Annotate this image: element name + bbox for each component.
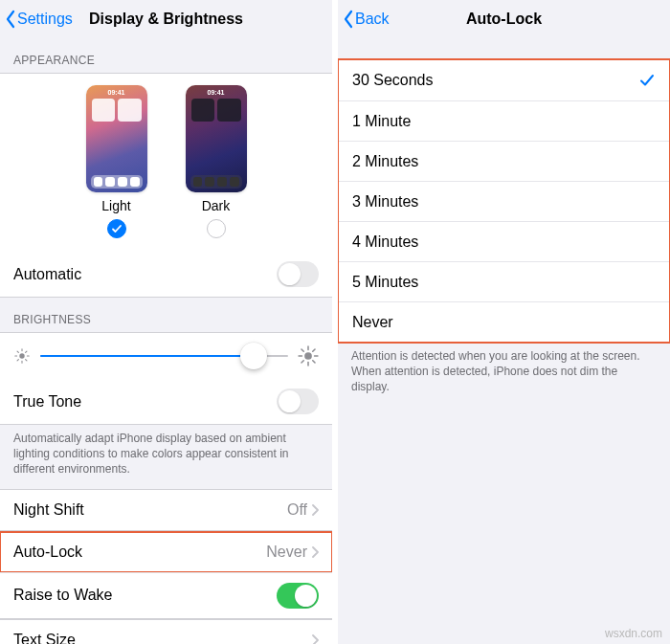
light-label: Light <box>101 198 130 213</box>
truetone-row[interactable]: True Tone <box>0 379 332 424</box>
automatic-label: Automatic <box>13 266 81 283</box>
autolock-option[interactable]: 1 Minute <box>339 100 669 141</box>
autolock-option[interactable]: 4 Minutes <box>339 221 669 261</box>
dark-label: Dark <box>202 198 231 213</box>
autolock-option-label: 5 Minutes <box>352 274 418 291</box>
svg-line-15 <box>313 361 315 363</box>
attention-footnote: Attention is detected when you are looki… <box>338 343 670 407</box>
automatic-row[interactable]: Automatic <box>0 252 332 297</box>
navbar-right: Back Auto-Lock <box>338 0 670 38</box>
autolock-value: Never <box>266 544 307 561</box>
truetone-toggle[interactable] <box>277 389 319 414</box>
brightness-slider-row <box>0 333 332 379</box>
autolock-option-label: 2 Minutes <box>352 153 418 170</box>
back-label: Settings <box>17 11 73 28</box>
autolock-options-group: 30 Seconds1 Minute2 Minutes3 Minutes4 Mi… <box>338 58 670 344</box>
light-radio[interactable] <box>107 219 126 238</box>
svg-line-8 <box>26 351 27 352</box>
autolock-option-label: Never <box>352 314 393 331</box>
check-icon <box>638 72 656 89</box>
autolock-option[interactable]: 3 Minutes <box>339 181 669 221</box>
back-button-right[interactable]: Back <box>338 10 390 29</box>
display-brightness-pane: Settings Display & Brightness APPEARANCE… <box>0 0 332 644</box>
nightshift-value: Off <box>287 501 307 519</box>
theme-dark[interactable]: 09:41 Dark <box>186 85 247 238</box>
chevron-left-icon <box>4 10 17 29</box>
autolock-option-label: 1 Minute <box>352 113 411 130</box>
back-to-settings[interactable]: Settings <box>0 10 73 29</box>
raise-to-wake-row[interactable]: Raise to Wake <box>0 572 332 618</box>
truetone-label: True Tone <box>13 393 81 411</box>
dark-radio[interactable] <box>207 219 226 238</box>
svg-line-14 <box>302 349 303 351</box>
dark-thumbnail: 09:41 <box>186 85 247 192</box>
watermark: wsxdn.com <box>605 627 662 640</box>
sun-low-icon <box>13 347 31 365</box>
text-size-row[interactable]: Text Size <box>0 620 332 644</box>
check-icon <box>111 223 123 234</box>
svg-line-5 <box>17 351 18 352</box>
brightness-header: BRIGHTNESS <box>0 298 332 332</box>
autolock-option[interactable]: 2 Minutes <box>339 141 669 181</box>
theme-light[interactable]: 09:41 Light <box>86 85 147 238</box>
chevron-right-icon <box>311 546 319 558</box>
nightshift-row[interactable]: Night Shift Off <box>0 490 332 530</box>
text-size-label: Text Size <box>13 632 76 644</box>
autolock-option[interactable]: Never <box>339 301 669 342</box>
autolock-option-label: 3 Minutes <box>352 193 418 211</box>
svg-point-9 <box>304 352 312 360</box>
navbar-left: Settings Display & Brightness <box>0 0 332 38</box>
autolock-wake-group: Auto-Lock Never Raise to Wake <box>0 531 332 619</box>
truetone-footnote: Automatically adapt iPhone display based… <box>0 425 332 489</box>
appearance-group: 09:41 Light 09:41 Dark Automatic <box>0 73 332 298</box>
raise-to-wake-label: Raise to Wake <box>13 587 112 604</box>
autolock-option[interactable]: 30 Seconds <box>339 60 669 100</box>
svg-line-16 <box>302 361 303 363</box>
sun-high-icon <box>298 345 319 366</box>
autolock-option-label: 30 Seconds <box>352 72 434 89</box>
automatic-toggle[interactable] <box>277 261 319 287</box>
svg-line-17 <box>313 349 315 351</box>
svg-point-0 <box>19 353 24 358</box>
autolock-pane: Back Auto-Lock 30 Seconds1 Minute2 Minut… <box>338 0 670 644</box>
brightness-group: True Tone <box>0 332 332 425</box>
autolock-row[interactable]: Auto-Lock Never <box>0 532 332 572</box>
svg-line-6 <box>26 360 27 361</box>
chevron-left-icon <box>342 10 355 29</box>
chevron-right-icon <box>311 634 319 644</box>
raise-to-wake-toggle[interactable] <box>277 583 319 609</box>
appearance-header: APPEARANCE <box>0 38 332 73</box>
nightshift-label: Night Shift <box>13 501 84 519</box>
chevron-right-icon <box>311 504 319 516</box>
brightness-slider[interactable] <box>40 343 288 369</box>
light-thumbnail: 09:41 <box>86 85 147 192</box>
back-label-right: Back <box>355 11 390 28</box>
autolock-label: Auto-Lock <box>13 544 82 561</box>
autolock-option-label: 4 Minutes <box>352 233 418 251</box>
nightshift-group: Night Shift Off <box>0 489 332 531</box>
text-group: Text Size Bold Text <box>0 619 332 644</box>
autolock-option[interactable]: 5 Minutes <box>339 261 669 301</box>
svg-line-7 <box>17 360 18 361</box>
